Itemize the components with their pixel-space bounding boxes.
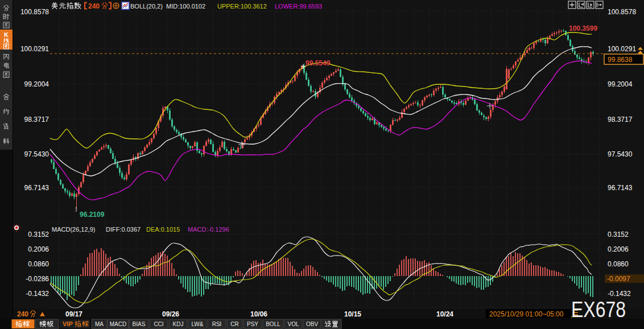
svg-text:97.5430: 97.5430 <box>24 150 49 158</box>
svg-text:-0.1432: -0.1432 <box>608 290 631 298</box>
svg-text:09/17: 09/17 <box>65 310 82 318</box>
svg-text:99.2004: 99.2004 <box>24 80 49 88</box>
svg-text:EX678: EX678 <box>571 298 626 322</box>
svg-text:-0.0286: -0.0286 <box>26 275 49 283</box>
svg-text:-0.1432: -0.1432 <box>26 290 49 298</box>
svg-text:100.3599: 100.3599 <box>569 24 597 32</box>
svg-text:0.2006: 0.2006 <box>28 245 49 253</box>
svg-text:0.2006: 0.2006 <box>608 245 629 253</box>
svg-text:CCI: CCI <box>154 321 163 327</box>
svg-text:96.7143: 96.7143 <box>608 184 633 192</box>
svg-text:96.2109: 96.2109 <box>80 211 105 219</box>
svg-text:100.8578: 100.8578 <box>20 8 49 16</box>
svg-text:100.0291: 100.0291 <box>20 45 49 53</box>
svg-text:100.8578: 100.8578 <box>608 8 636 16</box>
svg-text:RSI: RSI <box>212 321 222 327</box>
svg-text:99.2004: 99.2004 <box>608 80 633 88</box>
svg-text:0.3152: 0.3152 <box>28 231 49 238</box>
svg-text:MACD:-0.1296: MACD:-0.1296 <box>188 226 229 233</box>
svg-text:OBV: OBV <box>306 321 318 327</box>
svg-text:LW&: LW& <box>192 321 204 327</box>
svg-text:VIP: VIP <box>63 320 73 327</box>
svg-text:MID:100.0102: MID:100.0102 <box>166 3 205 10</box>
svg-text:MA: MA <box>95 321 104 327</box>
svg-text:K: K <box>4 31 9 38</box>
svg-text:BIAS: BIAS <box>133 321 146 327</box>
svg-text:240: 240 <box>17 310 28 318</box>
svg-text:10/15: 10/15 <box>344 310 361 318</box>
svg-text:CR: CR <box>230 321 238 327</box>
svg-text:100.0291: 100.0291 <box>608 45 636 53</box>
svg-text:MACD(26,12,9): MACD(26,12,9) <box>52 226 95 233</box>
svg-text:98.3717: 98.3717 <box>608 116 633 124</box>
svg-text:0.0860: 0.0860 <box>608 260 629 268</box>
svg-text:10/06: 10/06 <box>250 310 267 318</box>
svg-text:DEA:0.1015: DEA:0.1015 <box>146 226 180 233</box>
svg-text:0.3152: 0.3152 <box>608 231 629 238</box>
svg-text:LOWER:99.6593: LOWER:99.6593 <box>275 3 322 10</box>
svg-text:BOLL(20,2): BOLL(20,2) <box>130 3 163 10</box>
svg-text:2025/10/29 01:00~05:00: 2025/10/29 01:00~05:00 <box>489 310 564 318</box>
svg-text:VOL: VOL <box>287 321 299 327</box>
svg-text:PSY: PSY <box>247 321 258 327</box>
svg-text:99.5549: 99.5549 <box>306 59 331 67</box>
svg-text:09/26: 09/26 <box>162 310 179 318</box>
svg-text:96.7143: 96.7143 <box>24 184 49 192</box>
svg-text:MACD: MACD <box>110 321 126 327</box>
svg-text:0.0860: 0.0860 <box>28 260 49 268</box>
svg-text:BOLL: BOLL <box>266 321 280 327</box>
svg-text:97.5430: 97.5430 <box>608 150 633 158</box>
svg-text:-0.0097: -0.0097 <box>607 275 630 283</box>
svg-text:DIFF:0.0367: DIFF:0.0367 <box>106 226 141 233</box>
svg-text:UPPER:100.3612: UPPER:100.3612 <box>217 3 267 10</box>
svg-text:98.3717: 98.3717 <box>24 116 49 124</box>
svg-text:99.8638: 99.8638 <box>608 56 633 64</box>
svg-text:10/24: 10/24 <box>436 310 453 318</box>
svg-text:240: 240 <box>88 2 100 10</box>
svg-text:KDJ: KDJ <box>173 321 184 327</box>
